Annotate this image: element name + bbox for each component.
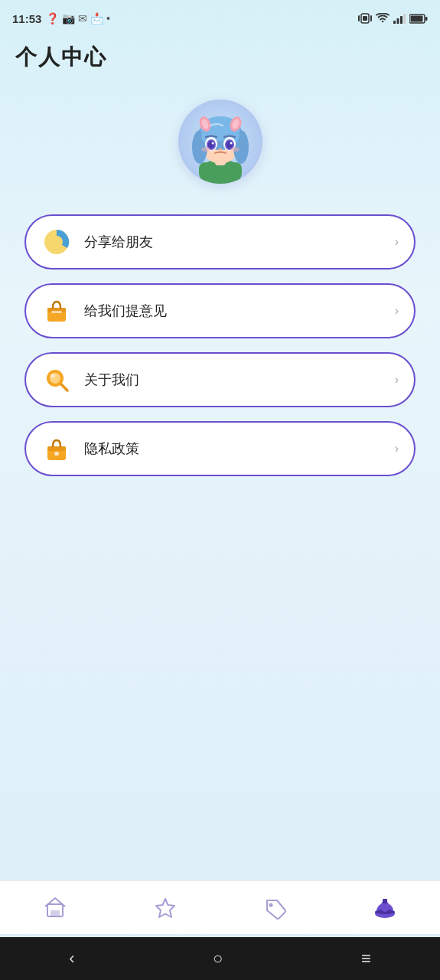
svg-point-39: [51, 236, 63, 248]
star-nav-icon: [154, 897, 177, 920]
svg-rect-1: [363, 16, 367, 21]
svg-rect-48: [54, 452, 59, 456]
avatar-image: [178, 100, 262, 184]
android-home-button[interactable]: ○: [197, 942, 238, 975]
menu-item-about[interactable]: 关于我们 ›: [24, 352, 416, 407]
svg-rect-3: [370, 15, 372, 21]
svg-point-32: [227, 141, 233, 149]
svg-rect-9: [411, 15, 423, 21]
vibrate-icon: [358, 12, 372, 24]
svg-point-52: [269, 903, 273, 906]
svg-rect-6: [400, 16, 403, 24]
nav-item-tag[interactable]: [251, 890, 298, 926]
menu-item-share[interactable]: 分享给朋友 ›: [24, 214, 416, 270]
nav-item-star[interactable]: [142, 890, 189, 926]
menu-section: 分享给朋友 › 给我们提意见 › 关于我们 ›: [0, 214, 440, 476]
svg-rect-57: [383, 899, 387, 903]
svg-point-45: [51, 374, 55, 378]
svg-rect-4: [393, 21, 396, 24]
status-bar: 11:53 ❓ 📷 ✉ 📩 •: [0, 0, 440, 37]
menu-item-feedback[interactable]: 给我们提意见 ›: [24, 283, 416, 338]
menu-item-privacy[interactable]: 隐私政策 ›: [24, 421, 416, 476]
svg-rect-42: [51, 311, 62, 313]
avatar-wrapper[interactable]: [178, 100, 262, 184]
share-arrow: ›: [395, 235, 399, 249]
svg-point-37: [230, 147, 240, 152]
status-icons-right: [358, 12, 428, 24]
android-nav: ‹ ○ ≡: [0, 937, 440, 980]
status-icons-left: ❓ 📷 ✉ 📩 •: [46, 12, 109, 24]
bottom-nav: [0, 880, 440, 934]
profile-nav-icon: [373, 897, 396, 920]
about-icon: [41, 364, 72, 395]
svg-point-36: [201, 147, 210, 152]
about-arrow: ›: [395, 373, 399, 387]
battery-icon: [409, 14, 428, 24]
header: 个人中心: [0, 37, 440, 84]
page-title: 个人中心: [15, 45, 107, 69]
svg-rect-50: [51, 910, 60, 916]
feedback-icon: [41, 296, 72, 326]
home-nav-icon: [44, 897, 67, 920]
nav-item-profile[interactable]: [361, 890, 409, 926]
svg-point-31: [208, 141, 214, 149]
share-label: 分享给朋友: [84, 233, 383, 251]
svg-point-35: [219, 149, 222, 151]
svg-marker-51: [156, 899, 174, 917]
about-label: 关于我们: [84, 371, 383, 389]
privacy-label: 隐私政策: [84, 439, 383, 458]
tag-nav-icon: [263, 897, 286, 920]
svg-rect-2: [358, 15, 360, 21]
privacy-icon: [41, 433, 72, 464]
svg-rect-10: [425, 17, 428, 21]
share-icon: [41, 227, 72, 257]
status-left: 11:53 ❓ 📷 ✉ 📩 •: [12, 12, 110, 25]
feedback-arrow: ›: [395, 304, 399, 318]
status-time: 11:53: [12, 12, 41, 25]
svg-point-33: [211, 142, 213, 145]
signal-icon: [393, 13, 406, 24]
svg-point-34: [230, 142, 232, 145]
avatar-section: [0, 84, 440, 214]
svg-rect-7: [404, 14, 406, 24]
wifi-icon: [376, 13, 389, 24]
svg-rect-5: [397, 18, 399, 24]
svg-rect-47: [47, 446, 66, 451]
nav-item-home[interactable]: [31, 890, 79, 926]
android-back-button[interactable]: ‹: [54, 942, 90, 975]
privacy-arrow: ›: [395, 442, 399, 456]
android-menu-button[interactable]: ≡: [346, 942, 386, 975]
feedback-label: 给我们提意见: [84, 302, 383, 320]
